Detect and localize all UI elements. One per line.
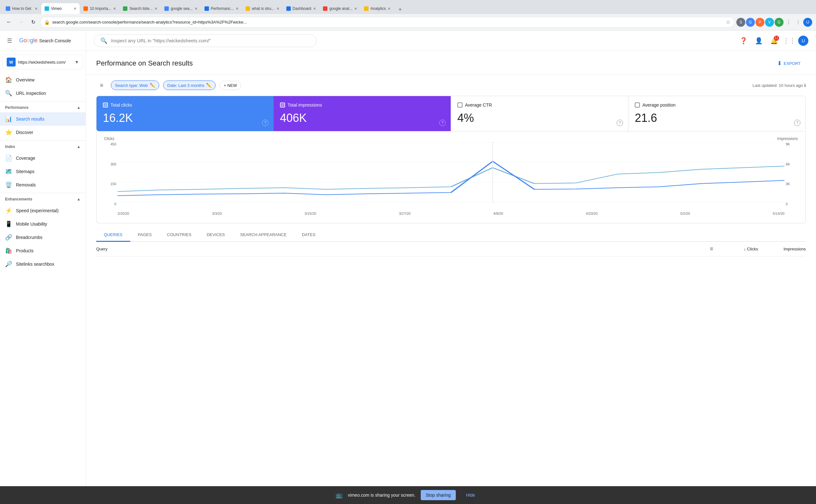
total-impressions-help-icon[interactable]: ?: [439, 120, 446, 126]
tab-pages[interactable]: PAGES: [130, 228, 159, 242]
tab-devices[interactable]: DEVICES: [199, 228, 233, 242]
data-tabs-row: QUERIES PAGES COUNTRIES DEVICES SEARCH A…: [96, 228, 806, 242]
avg-position-card: Average position 21.6 ?: [628, 96, 805, 131]
gsc-search-input[interactable]: [111, 38, 310, 43]
new-tab-button[interactable]: +: [396, 5, 404, 14]
sidebar-item-speed[interactable]: ⚡ Speed (experimental): [0, 204, 86, 217]
tab-5-close[interactable]: ✕: [194, 7, 197, 11]
apps-button[interactable]: ⋮⋮: [783, 34, 796, 47]
sidebar-item-removals[interactable]: 🗑️ Removals: [0, 178, 86, 192]
index-section-header[interactable]: Index ▲: [0, 142, 86, 151]
x-label-3: 3/15/20: [305, 212, 316, 215]
tab-8-close[interactable]: ✕: [313, 7, 316, 11]
last-updated-info-icon[interactable]: ℹ: [804, 83, 806, 88]
ext-1[interactable]: S: [736, 18, 745, 27]
address-bar[interactable]: 🔒 search.google.com/search-console/perfo…: [40, 17, 735, 28]
forward-button[interactable]: →: [16, 17, 26, 27]
people-button[interactable]: 👤: [752, 34, 765, 47]
x-label-5: 4/8/20: [493, 212, 503, 215]
hide-button[interactable]: Hide: [461, 490, 480, 500]
col-impressions-header[interactable]: Impressions: [784, 247, 806, 251]
tab-3-favicon: [83, 6, 88, 11]
gsc-search-box[interactable]: 🔍: [94, 34, 317, 47]
bookmark-icon[interactable]: ☆: [726, 19, 730, 25]
notifications-button[interactable]: 🔔 11: [768, 34, 780, 47]
sidebar-item-discover[interactable]: ⭐ Discover: [0, 126, 86, 139]
tab-5[interactable]: google sea... ✕: [161, 3, 200, 14]
chart-container: Clicks Impressions 450 300 150 0 9K 6K 3…: [96, 131, 806, 223]
tab-countries[interactable]: COUNTRIES: [159, 228, 199, 242]
hamburger-button[interactable]: ☰: [4, 35, 15, 46]
tab-10-close[interactable]: ✕: [388, 7, 390, 11]
tab-4-close[interactable]: ✕: [154, 7, 157, 11]
gsc-header: ☰ Google Search Console: [0, 31, 86, 51]
filter-settings-icon[interactable]: ≡: [96, 80, 107, 91]
user-avatar[interactable]: U: [803, 18, 812, 27]
avg-ctr-value: 4%: [457, 111, 622, 125]
user-avatar[interactable]: U: [798, 36, 808, 46]
total-clicks-help-icon[interactable]: ?: [262, 120, 269, 126]
sidebar-item-sitelinks-searchbox[interactable]: 🔎 Sitelinks searchbox: [0, 257, 86, 271]
tab-dates[interactable]: DATES: [294, 228, 323, 242]
help-button[interactable]: ❓: [737, 34, 750, 47]
performance-section-header[interactable]: Performance ▲: [0, 103, 86, 112]
sidebar-item-url-inspection[interactable]: 🔍 URL inspection: [0, 87, 86, 100]
tab-search-appearance[interactable]: SEARCH APPEARANCE: [233, 228, 294, 242]
chart-area: 450 300 150 0 9K 6K 3K 0: [104, 142, 798, 215]
tab-7-close[interactable]: ✕: [277, 7, 279, 11]
tab-9-close[interactable]: ✕: [354, 7, 357, 11]
sidebar-item-products[interactable]: 🛍️ Products: [0, 244, 86, 257]
sidebar-item-coverage[interactable]: 📄 Coverage: [0, 151, 86, 165]
export-button[interactable]: ⬇ EXPORT: [772, 57, 806, 69]
tab-3[interactable]: 10 Importa... ✕: [80, 3, 119, 14]
sidebar-item-overview[interactable]: 🏠 Overview: [0, 73, 86, 87]
tab-9[interactable]: google anal... ✕: [320, 3, 360, 14]
tab-3-label: 10 Importa...: [90, 6, 111, 11]
tab-6-close[interactable]: ✕: [236, 7, 239, 11]
enhancements-collapse-icon: ▲: [77, 197, 81, 201]
ext-4[interactable]: V: [765, 18, 774, 27]
avg-ctr-help-icon[interactable]: ?: [617, 120, 623, 126]
tab-10[interactable]: Analytics ✕: [361, 3, 394, 14]
sidebar-item-breadcrumbs[interactable]: 🔗 Breadcrumbs: [0, 231, 86, 244]
tab-4[interactable]: Search liste... ✕: [120, 3, 160, 14]
chrome-menu[interactable]: ⋮: [794, 18, 803, 27]
total-clicks-checkbox[interactable]: ✓: [103, 102, 108, 108]
back-button[interactable]: ←: [4, 17, 14, 27]
tab-1[interactable]: How to Get ✕: [3, 3, 41, 14]
tab-queries[interactable]: QUERIES: [96, 228, 130, 242]
impressions-line: [117, 166, 784, 192]
tab-6-favicon: [205, 6, 209, 11]
tab-8[interactable]: Dashboard ✕: [283, 3, 320, 14]
enhancements-section-header[interactable]: Enhancements ▲: [0, 194, 86, 204]
total-impressions-checkbox[interactable]: ✓: [280, 102, 285, 108]
avg-position-help-icon[interactable]: ?: [794, 120, 800, 126]
tab-3-close[interactable]: ✕: [113, 7, 116, 11]
avg-position-checkbox[interactable]: [635, 102, 640, 108]
new-filter-button[interactable]: + NEW: [220, 81, 241, 90]
search-type-filter[interactable]: Search type: Web ✏️: [111, 81, 159, 90]
notification-share-icon: 📺: [336, 492, 343, 499]
reload-button[interactable]: ↻: [28, 17, 38, 27]
tab-1-close[interactable]: ✕: [35, 7, 38, 11]
stop-sharing-button[interactable]: Stop sharing: [421, 490, 456, 500]
col-clicks-header[interactable]: ↓ Clicks: [744, 247, 758, 251]
browser-actions: S G P V G ⋮ ⋮ U: [736, 18, 812, 27]
tab-6[interactable]: Performanc... ✕: [201, 3, 242, 14]
tab-7[interactable]: what is stru... ✕: [243, 3, 283, 14]
ext-5[interactable]: G: [775, 18, 784, 27]
property-selector[interactable]: W https://wickedsheets.com/ ▼: [3, 55, 83, 69]
ext-3[interactable]: P: [756, 18, 764, 27]
address-text[interactable]: search.google.com/search-console/perform…: [52, 20, 723, 25]
sidebar-item-mobile-usability[interactable]: 📱 Mobile Usability: [0, 217, 86, 231]
ext-2[interactable]: G: [746, 18, 755, 27]
sidebar-item-sitemaps[interactable]: 🗺️ Sitemaps: [0, 165, 86, 178]
table-filter-icon[interactable]: ≡: [710, 246, 714, 252]
tab-2[interactable]: Vimeo ✕: [41, 3, 80, 14]
sidebar-item-search-results[interactable]: 📊 Search results: [0, 112, 86, 126]
more-extensions[interactable]: ⋮: [784, 18, 793, 27]
date-filter[interactable]: Date: Last 3 months ✏️: [163, 81, 216, 90]
avg-ctr-checkbox[interactable]: [457, 102, 462, 108]
notification-bar: 📺 vimeo.com is sharing your screen. Stop…: [0, 486, 816, 504]
tab-2-close[interactable]: ✕: [74, 7, 76, 11]
